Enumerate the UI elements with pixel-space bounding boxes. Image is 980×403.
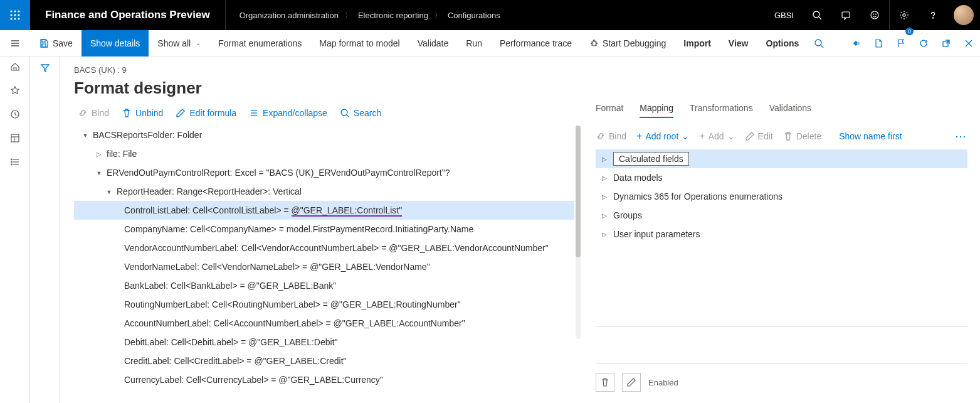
plus-icon: +: [699, 132, 705, 141]
nav-modules-button[interactable]: [9, 156, 21, 168]
caret-icon[interactable]: [596, 231, 613, 238]
edit-property-button[interactable]: [622, 373, 641, 392]
tab-transformations[interactable]: Transformations: [690, 103, 753, 118]
datasource-tree[interactable]: Calculated fields Data models Dynamics 3…: [596, 149, 967, 244]
mapping-bind-button[interactable]: Bind: [596, 131, 626, 141]
caret-icon[interactable]: [94, 151, 104, 158]
bind-button[interactable]: Bind: [78, 108, 109, 118]
enabled-row: Enabled: [596, 368, 967, 403]
map-format-button[interactable]: Map format to model: [310, 30, 408, 56]
nav-workspaces-button[interactable]: [9, 132, 21, 144]
mapping-pane: Format Mapping Transformations Validatio…: [581, 56, 980, 403]
nav-favorites-button[interactable]: [9, 84, 21, 97]
caret-icon[interactable]: [596, 212, 613, 219]
add-button[interactable]: +Add⌄: [699, 131, 734, 141]
format-tree[interactable]: BACSReportsFolder: Folder file: File ERV…: [74, 126, 581, 389]
datasource-node[interactable]: Groups: [596, 206, 967, 225]
breadcrumb-item[interactable]: Organization administration: [240, 11, 339, 20]
smiley-icon: [870, 10, 880, 20]
hamburger-icon: [10, 38, 20, 48]
tree-node[interactable]: CurrencyLabel: Cell<CurrencyLabel> = @"G…: [74, 370, 574, 389]
tree-node[interactable]: ReportHeader: Range<ReportHeader>: Verti…: [74, 182, 574, 201]
svg-point-16: [932, 18, 933, 18]
search-button[interactable]: [803, 0, 831, 30]
tree-toolbar: Bind Unbind Edit formula Expand/collapse…: [74, 108, 581, 118]
show-details-button[interactable]: Show details: [82, 30, 149, 56]
nav-toggle-button[interactable]: [0, 30, 30, 56]
view-button[interactable]: View: [720, 30, 757, 56]
expand-collapse-button[interactable]: Expand/collapse: [249, 108, 327, 118]
tab-format[interactable]: Format: [596, 103, 623, 118]
help-button[interactable]: [919, 0, 947, 30]
delete-property-button[interactable]: [596, 373, 614, 392]
notifications-button[interactable]: 0: [890, 30, 912, 56]
datasource-node[interactable]: Data models: [596, 168, 967, 187]
tree-node[interactable]: VendorAccountNumberLabel: Cell<VendorAcc…: [74, 239, 574, 257]
save-button[interactable]: Save: [30, 30, 82, 56]
caret-icon[interactable]: [596, 156, 613, 163]
refresh-button[interactable]: [912, 30, 935, 56]
caret-icon[interactable]: [596, 175, 613, 181]
unbind-button[interactable]: Unbind: [122, 108, 163, 118]
tree-node[interactable]: BACSReportsFolder: Folder: [74, 126, 574, 144]
tree-node[interactable]: VendorNameLabel: Cell<VendorNameLabel> =…: [74, 257, 574, 276]
datasource-node-selected[interactable]: Calculated fields: [596, 149, 967, 168]
datasource-node[interactable]: Dynamics 365 for Operations enumerations: [596, 187, 967, 206]
plus-icon: +: [636, 132, 642, 141]
show-name-first-button[interactable]: Show name first: [839, 131, 902, 141]
options-button[interactable]: Options: [757, 30, 808, 56]
app-launcher-button[interactable]: [0, 0, 30, 30]
personalize-button[interactable]: [845, 30, 867, 56]
messages-button[interactable]: [831, 0, 860, 30]
tree-search-button[interactable]: Search: [340, 108, 381, 118]
find-button[interactable]: [808, 30, 830, 56]
settings-button[interactable]: [890, 0, 919, 30]
svg-point-0: [10, 10, 12, 12]
mapping-delete-button[interactable]: Delete: [783, 131, 821, 141]
add-root-button[interactable]: +Add root⌄: [636, 131, 689, 141]
start-debugging-button[interactable]: Start Debugging: [581, 30, 675, 56]
caret-icon[interactable]: [94, 169, 104, 176]
performance-trace-button[interactable]: Performance trace: [491, 30, 581, 56]
svg-point-7: [14, 18, 16, 19]
tree-node-selected[interactable]: ControlListLabel: Cell<ControlListLabel>…: [74, 201, 574, 220]
datasource-node[interactable]: User input parameters: [596, 225, 967, 244]
attachments-button[interactable]: [867, 30, 890, 56]
run-button[interactable]: Run: [457, 30, 491, 56]
close-button[interactable]: [957, 30, 980, 56]
breadcrumb-item[interactable]: Electronic reporting: [358, 11, 428, 20]
popout-button[interactable]: [935, 30, 957, 56]
tree-node[interactable]: CreditLabel: Cell<CreditLabel> = @"GER_L…: [74, 352, 574, 370]
caret-icon[interactable]: [104, 188, 114, 195]
company-picker[interactable]: GBSI: [766, 11, 803, 20]
tree-node[interactable]: CompanyName: Cell<CompanyName> = model.F…: [74, 220, 574, 239]
tree-node[interactable]: AccountNumberLabel: Cell<AccountNumberLa…: [74, 314, 574, 333]
tab-validations[interactable]: Validations: [769, 103, 811, 118]
caret-icon[interactable]: [80, 132, 90, 139]
tree-node[interactable]: RoutingNumberLabel: Cell<RoutingNumberLa…: [74, 295, 574, 314]
user-avatar[interactable]: [954, 5, 974, 25]
mapping-edit-button[interactable]: Edit: [745, 131, 773, 141]
feedback-button[interactable]: [860, 0, 889, 30]
validate-button[interactable]: Validate: [409, 30, 458, 56]
svg-point-1: [14, 10, 16, 12]
tree-node[interactable]: BankLabel: Cell<BankLabel> = @"GER_LABEL…: [74, 276, 574, 295]
import-button[interactable]: Import: [675, 30, 720, 56]
format-enumerations-button[interactable]: Format enumerations: [209, 30, 310, 56]
breadcrumb-item[interactable]: Configurations: [448, 11, 500, 20]
nav-recent-button[interactable]: [9, 108, 21, 121]
tab-mapping[interactable]: Mapping: [640, 103, 673, 118]
tree-node[interactable]: DebitLabel: Cell<DebitLabel> = @"GER_LAB…: [74, 333, 574, 352]
more-button[interactable]: ⋯: [955, 129, 967, 143]
caret-icon[interactable]: [596, 193, 613, 200]
tree-node[interactable]: ERVendOutPaymControlReport: Excel = "BAC…: [74, 163, 574, 182]
page-icon: [873, 38, 883, 48]
show-all-button[interactable]: Show all ⌄: [149, 30, 209, 56]
svg-point-35: [11, 159, 12, 160]
filter-button[interactable]: [40, 63, 50, 403]
edit-formula-button[interactable]: Edit formula: [176, 108, 236, 118]
tree-node[interactable]: file: File: [74, 144, 574, 163]
app-title: Finance and Operations Preview: [30, 0, 226, 30]
scrollbar-thumb[interactable]: [576, 126, 581, 257]
nav-home-button[interactable]: [9, 60, 21, 73]
